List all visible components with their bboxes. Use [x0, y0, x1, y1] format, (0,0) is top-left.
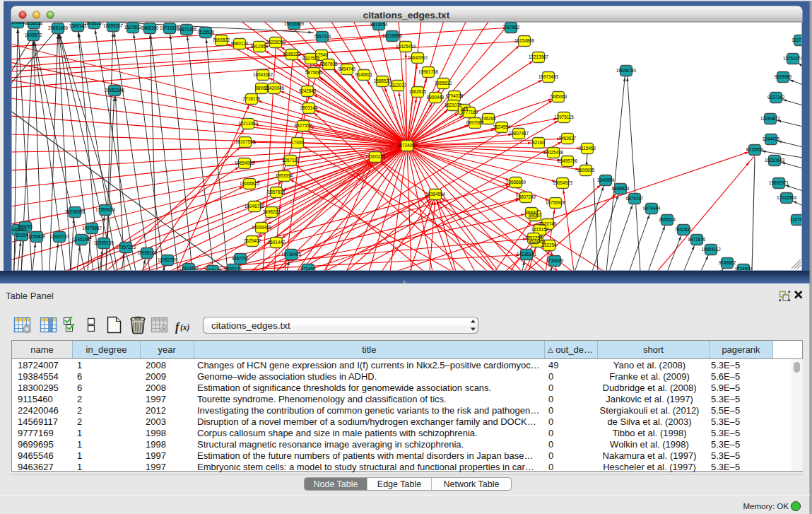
svg-text:Table Panel: Table Panel [6, 291, 54, 301]
svg-text:citations_edges.txt: citations_edges.txt [211, 320, 290, 331]
svg-text:(x): (x) [180, 323, 190, 332]
